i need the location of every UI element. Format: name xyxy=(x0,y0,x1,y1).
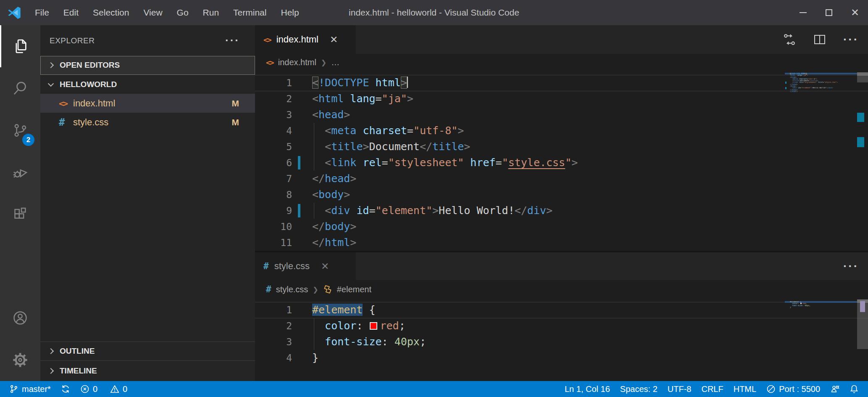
code-line[interactable]: 7</head> xyxy=(255,171,868,187)
code-line[interactable]: 3<head> xyxy=(255,107,868,123)
folder-section-helloworld[interactable]: HELLOWORLD xyxy=(40,75,255,94)
code-line[interactable]: 11</html> xyxy=(255,235,868,251)
scrollbar-thumb[interactable] xyxy=(857,72,868,82)
code-editor[interactable]: 1#element {2 color: red;3 font-size: 40p… xyxy=(255,299,868,381)
breadcrumb-symbol[interactable]: … xyxy=(331,58,339,67)
indentation-item[interactable]: Spaces: 2 xyxy=(615,381,663,397)
code-text: <title>Document</title> xyxy=(312,140,470,153)
indentation: Spaces: 2 xyxy=(620,384,658,394)
code-line[interactable]: 5 <title>Document</title> xyxy=(255,139,868,155)
eol: CRLF xyxy=(701,384,723,394)
sync-button[interactable] xyxy=(56,381,75,397)
code-lines[interactable]: 1<!DOCTYPE html>2<html lang="ja">3<head>… xyxy=(255,71,868,251)
breadcrumb-symbol[interactable]: #element xyxy=(337,285,371,294)
menu-terminal[interactable]: Terminal xyxy=(226,0,274,25)
token: </ xyxy=(312,172,325,185)
activity-source-control-button[interactable]: 2 xyxy=(0,109,40,151)
notifications-button[interactable] xyxy=(844,381,864,397)
live-server-item[interactable]: Port : 5500 xyxy=(761,381,825,397)
token: red xyxy=(380,320,399,332)
overview-ruler[interactable] xyxy=(857,71,868,251)
token: > xyxy=(546,204,552,217)
file-item-style-css[interactable]: # style.css M xyxy=(40,113,255,132)
tab-style-css[interactable]: # style.css ✕ xyxy=(255,252,356,280)
menu-view[interactable]: View xyxy=(136,0,169,25)
menu-run[interactable]: Run xyxy=(196,0,226,25)
bell-icon xyxy=(850,384,859,394)
files-icon xyxy=(12,38,29,55)
more-actions-button[interactable]: ··· xyxy=(843,259,859,273)
menu-file[interactable]: File xyxy=(28,0,56,25)
code-line[interactable]: 1#element { xyxy=(255,302,868,318)
activity-settings-button[interactable] xyxy=(0,339,40,381)
gutter xyxy=(292,139,312,155)
overview-ruler[interactable] xyxy=(857,299,868,381)
menu-go[interactable]: Go xyxy=(170,0,196,25)
vscode-window: File Edit Selection View Go Run Terminal… xyxy=(0,0,868,397)
code-editor[interactable]: 1<!DOCTYPE html>2<html lang="ja">3<head>… xyxy=(255,71,868,251)
maximize-button[interactable] xyxy=(816,0,842,25)
encoding-item[interactable]: UTF-8 xyxy=(663,381,697,397)
gutter xyxy=(292,187,312,203)
timeline-section[interactable]: TIMELINE xyxy=(40,360,255,381)
menu-selection[interactable]: Selection xyxy=(86,0,136,25)
code-line[interactable]: 2<html lang="ja"> xyxy=(255,91,868,107)
minimap[interactable]: #element { color: red; font-size: 40px;} xyxy=(785,301,857,308)
code-text: <!DOCTYPE html> xyxy=(312,77,408,89)
editor-area: <> index.html ✕ ··· xyxy=(255,25,868,381)
outline-section[interactable]: OUTLINE xyxy=(40,341,255,360)
color-swatch[interactable] xyxy=(800,303,802,304)
code-line[interactable]: 4} xyxy=(255,350,868,366)
code-line[interactable]: 2 color: red; xyxy=(255,318,868,334)
code-text: } xyxy=(790,307,791,308)
cursor-position-item[interactable]: Ln 1, Col 16 xyxy=(560,381,615,397)
activity-explorer-button[interactable] xyxy=(0,25,40,67)
minimap[interactable]: <!DOCTYPE html><html lang="ja"><head> <m… xyxy=(785,73,857,93)
activity-accounts-button[interactable] xyxy=(0,297,40,339)
menu-edit[interactable]: Edit xyxy=(56,0,86,25)
chevron-right-icon xyxy=(48,62,54,68)
activity-run-debug-button[interactable] xyxy=(0,151,40,193)
code-line[interactable]: 1<!DOCTYPE html> xyxy=(255,75,868,91)
language-mode-item[interactable]: HTML xyxy=(729,381,761,397)
gutter xyxy=(292,219,312,235)
problems-item[interactable]: 0 0 xyxy=(75,381,132,397)
git-branch-item[interactable]: master* xyxy=(4,381,56,397)
more-actions-button[interactable]: ··· xyxy=(843,33,859,46)
token: Document xyxy=(369,140,420,153)
code-line[interactable]: 6 <link rel="stylesheet" href="style.css… xyxy=(255,155,868,171)
code-line[interactable]: 9 <div id="element">Hello World!</div> xyxy=(255,203,868,219)
gutter xyxy=(292,235,312,251)
split-editor-icon[interactable] xyxy=(813,33,826,46)
file-item-index-html[interactable]: <> index.html M xyxy=(40,94,255,113)
activity-search-button[interactable] xyxy=(0,67,40,109)
code-text: </body> xyxy=(312,220,356,233)
code-text: color: red; xyxy=(312,320,405,332)
activity-extensions-button[interactable] xyxy=(0,193,40,236)
explorer-more-actions-button[interactable]: ··· xyxy=(225,34,240,47)
feedback-button[interactable] xyxy=(825,381,844,397)
token: </ xyxy=(312,220,325,233)
close-button[interactable]: ✕ xyxy=(842,0,868,25)
minimize-button[interactable] xyxy=(790,0,816,25)
code-lines[interactable]: 1#element {2 color: red;3 font-size: 40p… xyxy=(255,299,868,366)
code-line[interactable]: 10</body> xyxy=(255,219,868,235)
open-editors-section[interactable]: OPEN EDITORS xyxy=(40,56,255,75)
code-line[interactable]: 3 font-size: 40px; xyxy=(255,334,868,350)
menu-help[interactable]: Help xyxy=(274,0,306,25)
code-line[interactable]: 4 <meta charset="utf-8"> xyxy=(255,123,868,139)
token: < xyxy=(312,188,318,201)
html-file-icon: <> xyxy=(59,98,73,109)
eol-item[interactable]: CRLF xyxy=(696,381,728,397)
code-text: </html> xyxy=(312,236,356,249)
tab-index-html[interactable]: <> index.html ✕ xyxy=(255,25,356,54)
open-changes-icon[interactable] xyxy=(783,33,796,46)
code-line[interactable]: 8<body> xyxy=(255,187,868,203)
tab-close-icon[interactable]: ✕ xyxy=(321,261,329,272)
color-swatch[interactable] xyxy=(370,322,377,330)
breadcrumb-file[interactable]: index.html xyxy=(278,58,316,67)
open-editors-label: OPEN EDITORS xyxy=(60,61,120,70)
token: html xyxy=(792,91,797,93)
breadcrumb-file[interactable]: style.css xyxy=(276,285,308,294)
tab-close-icon[interactable]: ✕ xyxy=(330,34,338,45)
